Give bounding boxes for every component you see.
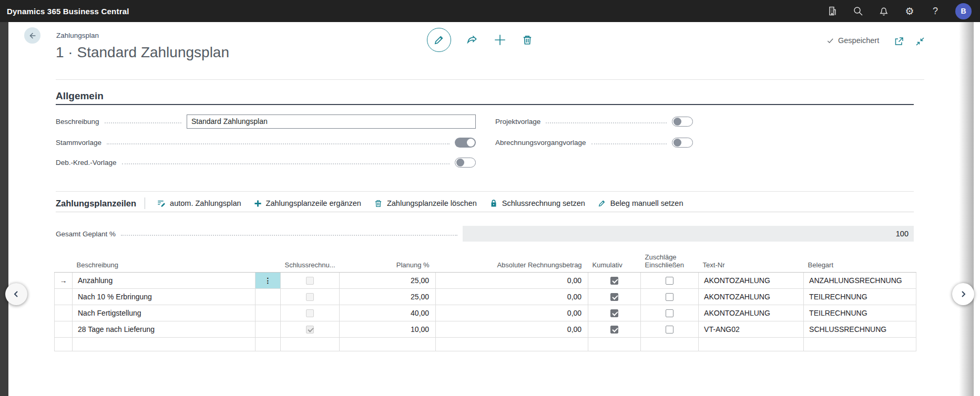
- cell-menu[interactable]: [256, 337, 281, 351]
- column-header-kumulativ[interactable]: Kumulativ: [588, 252, 641, 272]
- cell-textnr[interactable]: AKONTOZAHLUNG: [699, 305, 804, 321]
- cell-zuschlaege[interactable]: [641, 305, 699, 321]
- beschreibung-input[interactable]: [187, 114, 476, 129]
- next-record-button[interactable]: [952, 283, 974, 305]
- cell-beschreibung[interactable]: [73, 337, 256, 351]
- bell-icon[interactable]: [878, 5, 890, 17]
- column-header-belegart[interactable]: Belegart: [804, 252, 916, 272]
- cell-zuschlaege[interactable]: [641, 337, 699, 351]
- column-header-zuschlaege[interactable]: Zuschläge Einschließen: [641, 252, 699, 272]
- cell-planung[interactable]: 25,00: [340, 288, 436, 305]
- cell-kumulativ[interactable]: [588, 305, 641, 321]
- cell-selector[interactable]: →: [55, 272, 73, 288]
- kumulativ-checkbox[interactable]: [610, 293, 618, 301]
- kumulativ-checkbox[interactable]: [610, 309, 618, 317]
- cell-schlussrechnung[interactable]: [281, 288, 340, 305]
- cell-menu[interactable]: [256, 305, 281, 321]
- cell-schlussrechnung[interactable]: [281, 305, 340, 321]
- cell-beschreibung[interactable]: 28 Tage nach Lieferung: [73, 321, 256, 337]
- share-icon[interactable]: [466, 34, 478, 46]
- cell-selector[interactable]: [55, 288, 73, 305]
- cell-selector[interactable]: [55, 305, 73, 321]
- company-icon[interactable]: [826, 5, 838, 17]
- cell-betrag[interactable]: 0,00: [436, 288, 588, 305]
- zuschlaege-checkbox[interactable]: [666, 309, 673, 317]
- prev-record-button[interactable]: [5, 283, 27, 305]
- column-header-textnr[interactable]: Text-Nr: [699, 252, 804, 272]
- cell-textnr[interactable]: [699, 337, 804, 351]
- cell-schlussrechnung[interactable]: [281, 321, 340, 337]
- cell-menu[interactable]: [256, 321, 281, 337]
- collapse-icon[interactable]: [915, 36, 925, 47]
- cell-belegart[interactable]: TEILRECHNUNG: [804, 305, 916, 321]
- cell-beschreibung[interactable]: Anzahlung: [73, 272, 256, 288]
- cell-kumulativ[interactable]: [588, 272, 641, 288]
- autoplan-button[interactable]: autom. Zahlungsplan: [150, 196, 247, 210]
- cell-planung[interactable]: [340, 337, 436, 351]
- field-label: Deb.-Kred.-Vorlage: [56, 159, 117, 166]
- cell-schlussrechnung[interactable]: [281, 337, 340, 351]
- cell-kumulativ[interactable]: [588, 337, 641, 351]
- cell-zuschlaege[interactable]: [641, 272, 699, 288]
- cell-menu[interactable]: ⋮: [256, 272, 281, 288]
- cell-betrag[interactable]: 0,00: [436, 321, 588, 337]
- column-header-schlussrechnung[interactable]: Schlussrechnu...: [281, 252, 340, 272]
- column-header-betrag[interactable]: Absoluter Rechnungsbetrag: [436, 252, 588, 272]
- abrechnungsvorgangvorlage-toggle[interactable]: [672, 138, 693, 148]
- cell-belegart[interactable]: [804, 337, 916, 351]
- field-label: Abrechnungsvorgangvorlage: [495, 139, 586, 147]
- separator: [145, 197, 145, 209]
- cell-zuschlaege[interactable]: [641, 321, 699, 337]
- set-final-invoice-button[interactable]: Schlussrechnung setzen: [483, 196, 591, 210]
- cell-textnr[interactable]: AKONTOZAHLUNG: [699, 272, 804, 288]
- column-header-beschreibung[interactable]: Beschreibung: [73, 252, 256, 272]
- zuschlaege-checkbox[interactable]: [666, 326, 673, 334]
- cell-belegart[interactable]: TEILRECHNUNG: [804, 288, 916, 305]
- schlussrechnung-checkbox: [306, 326, 314, 334]
- set-document-manually-button[interactable]: Beleg manuell setzen: [591, 196, 690, 210]
- delete-button[interactable]: [522, 34, 533, 46]
- cell-beschreibung[interactable]: Nach 10 % Erbringung: [73, 288, 256, 305]
- cell-planung[interactable]: 25,00: [340, 272, 436, 288]
- cell-selector[interactable]: [55, 337, 73, 351]
- breadcrumb[interactable]: Zahlungsplan: [56, 32, 99, 39]
- cell-menu-icon[interactable]: ⋮: [264, 276, 272, 285]
- back-button[interactable]: [24, 27, 40, 44]
- cell-belegart[interactable]: SCHLUSSRECHNUNG: [804, 321, 916, 337]
- stammvorlage-toggle[interactable]: [455, 138, 476, 148]
- cell-planung[interactable]: 40,00: [340, 305, 436, 321]
- cell-zuschlaege[interactable]: [641, 288, 699, 305]
- cell-betrag[interactable]: 0,00: [436, 272, 588, 288]
- kumulativ-checkbox[interactable]: [610, 277, 618, 285]
- cell-textnr[interactable]: AKONTOZAHLUNG: [699, 288, 804, 305]
- cell-belegart[interactable]: ANZAHLUNGSRECHNUNG: [804, 272, 916, 288]
- cell-menu[interactable]: [256, 288, 281, 305]
- user-avatar[interactable]: B: [955, 3, 972, 19]
- left-edge-strip: [0, 22, 8, 396]
- right-edge-shade: [959, 22, 974, 396]
- projektvorlage-toggle[interactable]: [672, 117, 693, 127]
- cell-kumulativ[interactable]: [588, 321, 641, 337]
- cell-betrag[interactable]: 0,00: [436, 305, 588, 321]
- add-button[interactable]: [493, 33, 507, 47]
- column-header-planung[interactable]: Planung %: [340, 252, 436, 272]
- kumulativ-checkbox[interactable]: [610, 326, 618, 334]
- help-icon[interactable]: ?: [930, 5, 941, 17]
- delete-line-button[interactable]: Zahlungsplanzeile löschen: [368, 196, 483, 210]
- cell-kumulativ[interactable]: [588, 288, 641, 305]
- app-title: Dynamics 365 Business Central: [0, 7, 129, 16]
- cell-schlussrechnung[interactable]: [281, 272, 340, 288]
- zuschlaege-checkbox[interactable]: [666, 277, 673, 285]
- cell-planung[interactable]: 10,00: [340, 321, 436, 337]
- cell-betrag[interactable]: [436, 337, 588, 351]
- search-icon[interactable]: [852, 5, 864, 17]
- deb-kred-vorlage-toggle[interactable]: [455, 158, 476, 168]
- zuschlaege-checkbox[interactable]: [666, 293, 673, 301]
- edit-button[interactable]: [427, 28, 451, 52]
- cell-selector[interactable]: [55, 321, 73, 337]
- cell-textnr[interactable]: VT-ANG02: [699, 321, 804, 337]
- popout-icon[interactable]: [894, 36, 904, 47]
- add-line-button[interactable]: Zahlungsplanzeile ergänzen: [248, 196, 368, 210]
- cell-beschreibung[interactable]: Nach Fertigstellung: [73, 305, 256, 321]
- settings-gear-icon[interactable]: ⚙: [904, 5, 915, 17]
